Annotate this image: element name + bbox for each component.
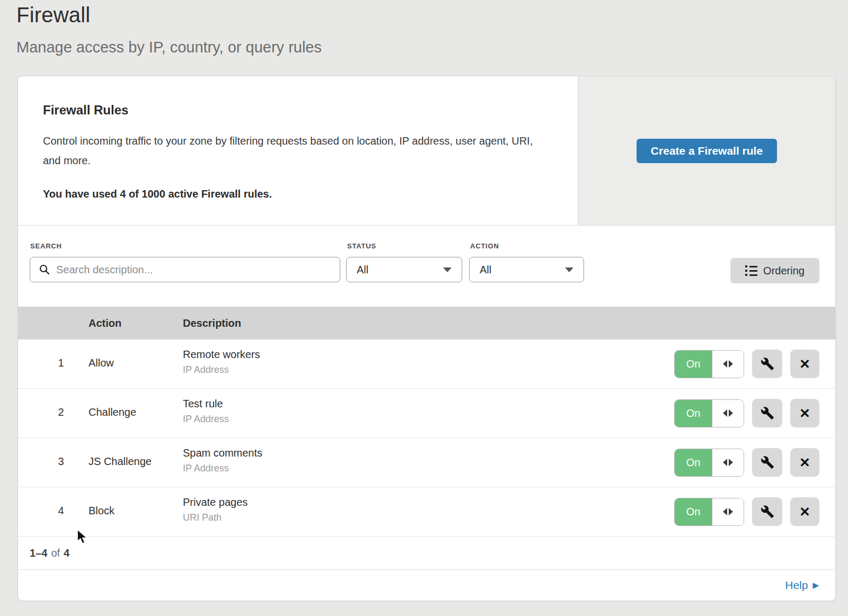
rule-enabled-toggle[interactable]: On (674, 449, 744, 477)
page-header: Firewall Manage access by IP, country, o… (0, 0, 848, 56)
action-label: ACTION (470, 242, 499, 250)
help-link-label: Help (785, 579, 808, 592)
triangle-left-icon (723, 459, 727, 466)
pagination-footer: 1–4 of 4 (18, 537, 835, 570)
action-dropdown[interactable]: All (469, 257, 584, 282)
pagination-of: of (51, 547, 60, 559)
ordering-button[interactable]: Ordering (730, 258, 819, 283)
table-row: 4 Block Private pages URI Path On ✕ (18, 487, 835, 537)
toggle-on-label: On (675, 449, 712, 476)
action-dropdown-value: All (480, 264, 491, 276)
rule-controls: On ✕ (674, 350, 819, 378)
search-box (30, 257, 340, 282)
rule-description-block: Spam comments IP Address (183, 447, 262, 474)
toggle-handle[interactable] (712, 498, 744, 525)
rule-action: Challenge (89, 406, 136, 418)
rule-match-type: URI Path (183, 512, 248, 523)
rule-match-type: IP Address (183, 364, 260, 376)
table-header: Action Description (18, 307, 835, 340)
toggle-handle[interactable] (712, 351, 744, 378)
help-link[interactable]: Help ▶ (785, 579, 819, 592)
table-row: 3 JS Challenge Spam comments IP Address … (18, 438, 835, 487)
close-icon: ✕ (799, 504, 810, 520)
triangle-right-icon (729, 508, 733, 515)
delete-rule-button[interactable]: ✕ (790, 350, 819, 378)
column-header-description: Description (183, 317, 241, 329)
wrench-icon (761, 357, 774, 371)
chevron-down-icon (565, 267, 573, 272)
rule-action: Block (89, 505, 114, 517)
status-dropdown-value: All (357, 264, 368, 276)
usage-counter: You have used 4 of 1000 active Firewall … (43, 188, 546, 200)
intro-text-block: Firewall Rules Control incoming traffic … (18, 76, 578, 225)
rule-action: Allow (89, 357, 114, 369)
toggle-handle[interactable] (712, 400, 744, 427)
filters-section: SEARCH STATUS All ACTION All Ordering (18, 226, 835, 307)
toggle-handle[interactable] (712, 449, 744, 476)
rule-priority: 1 (50, 357, 72, 369)
table-row: 1 Allow Remote workers IP Address On ✕ (18, 340, 835, 389)
rule-enabled-toggle[interactable]: On (674, 350, 744, 378)
pagination-total: 4 (64, 547, 69, 559)
rule-priority: 2 (50, 406, 72, 418)
rule-enabled-toggle[interactable]: On (674, 498, 744, 526)
edit-rule-button[interactable] (752, 399, 782, 427)
create-rule-panel: Create a Firewall rule (578, 76, 835, 225)
ordered-list-icon (745, 265, 757, 276)
rule-priority: 4 (50, 505, 72, 517)
rule-priority: 3 (50, 456, 72, 468)
wrench-icon (761, 406, 774, 420)
search-icon (39, 264, 50, 275)
rule-match-type: IP Address (183, 463, 262, 474)
edit-rule-button[interactable] (752, 448, 782, 477)
rule-description: Spam comments (183, 447, 262, 459)
firewall-rules-card: Firewall Rules Control incoming traffic … (17, 76, 836, 601)
help-row: Help ▶ (18, 570, 835, 601)
triangle-right-icon (729, 459, 733, 466)
triangle-left-icon (723, 360, 727, 368)
edit-rule-button[interactable] (752, 497, 782, 526)
rule-action: JS Challenge (89, 456, 152, 468)
rule-controls: On ✕ (674, 497, 819, 526)
delete-rule-button[interactable]: ✕ (790, 399, 819, 427)
rule-controls: On ✕ (674, 399, 819, 427)
edit-rule-button[interactable] (752, 350, 782, 378)
toggle-on-label: On (675, 498, 712, 525)
rule-description-block: Private pages URI Path (183, 496, 248, 523)
close-icon: ✕ (799, 455, 810, 470)
section-heading: Firewall Rules (43, 103, 546, 118)
ordering-button-label: Ordering (763, 265, 805, 277)
triangle-right-icon (729, 360, 733, 368)
rule-description: Private pages (183, 496, 248, 508)
intro-section: Firewall Rules Control incoming traffic … (18, 76, 835, 226)
page-subtitle: Manage access by IP, country, or query r… (16, 39, 848, 56)
delete-rule-button[interactable]: ✕ (790, 497, 819, 526)
arrow-right-icon: ▶ (812, 581, 819, 590)
rule-description-block: Test rule IP Address (183, 398, 229, 425)
toggle-on-label: On (675, 351, 712, 378)
rule-description: Remote workers (183, 349, 260, 361)
section-description: Control incoming traffic to your zone by… (43, 131, 546, 171)
delete-rule-button[interactable]: ✕ (790, 448, 819, 477)
rule-enabled-toggle[interactable]: On (674, 399, 744, 427)
toggle-on-label: On (675, 400, 712, 427)
page-title: Firewall (16, 3, 848, 27)
pagination-range: 1–4 (30, 547, 47, 559)
triangle-left-icon (723, 508, 727, 515)
status-dropdown[interactable]: All (346, 257, 462, 282)
table-row: 2 Challenge Test rule IP Address On ✕ (18, 389, 835, 438)
rule-description-block: Remote workers IP Address (183, 349, 260, 376)
triangle-left-icon (723, 409, 727, 417)
wrench-icon (761, 456, 774, 469)
search-label: SEARCH (30, 242, 62, 250)
close-icon: ✕ (799, 356, 810, 372)
rule-match-type: IP Address (183, 414, 229, 425)
chevron-down-icon (443, 267, 452, 272)
triangle-right-icon (729, 409, 733, 417)
search-input[interactable] (56, 264, 340, 276)
create-firewall-rule-button[interactable]: Create a Firewall rule (637, 139, 777, 163)
rule-description: Test rule (183, 398, 229, 410)
close-icon: ✕ (799, 406, 810, 421)
status-label: STATUS (347, 242, 376, 250)
wrench-icon (761, 505, 774, 519)
